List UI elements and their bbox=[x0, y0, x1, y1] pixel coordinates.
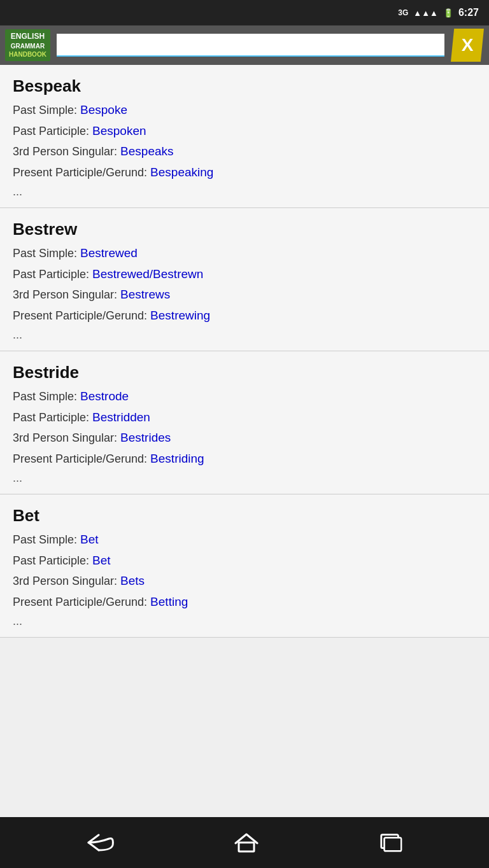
ellipsis: ... bbox=[13, 472, 476, 485]
past-participle-label: Past Participle: bbox=[13, 125, 92, 137]
past-participle-label: Past Participle: bbox=[13, 554, 92, 567]
third-person-row: 3rd Person Singular: Bestrides bbox=[13, 429, 476, 447]
third-person-value[interactable]: Bestrews bbox=[120, 288, 170, 301]
present-participle-label: Present Participle/Gerund: bbox=[13, 309, 150, 322]
past-simple-row: Past Simple: Bespoke bbox=[13, 101, 476, 120]
ellipsis: ... bbox=[13, 615, 476, 628]
verb-section: Bestride Past Simple: Bestrode Past Part… bbox=[0, 351, 489, 494]
ellipsis: ... bbox=[13, 328, 476, 342]
recents-icon bbox=[379, 832, 403, 853]
past-simple-label: Past Simple: bbox=[13, 390, 80, 403]
past-participle-value[interactable]: Bestridden bbox=[92, 410, 150, 424]
past-simple-value[interactable]: Bespoke bbox=[80, 103, 127, 116]
past-simple-value[interactable]: Bestrewed bbox=[80, 246, 138, 260]
present-participle-value[interactable]: Betting bbox=[150, 595, 188, 608]
past-simple-row: Past Simple: Bestrode bbox=[13, 388, 476, 406]
past-participle-value[interactable]: Bet bbox=[92, 554, 111, 567]
present-participle-row: Present Participle/Gerund: Bespeaking bbox=[13, 164, 476, 182]
past-participle-row: Past Participle: Bestridden bbox=[13, 409, 476, 427]
present-participle-row: Present Participle/Gerund: Betting bbox=[13, 593, 476, 612]
verb-section: Bet Past Simple: Bet Past Participle: Be… bbox=[0, 494, 489, 638]
past-simple-value[interactable]: Bet bbox=[80, 533, 99, 546]
past-simple-row: Past Simple: Bet bbox=[13, 531, 476, 549]
present-participle-label: Present Participle/Gerund: bbox=[13, 452, 150, 465]
verb-title: Bet bbox=[13, 506, 476, 526]
home-button[interactable] bbox=[228, 825, 265, 860]
third-person-row: 3rd Person Singular: Bestrews bbox=[13, 286, 476, 304]
bottom-navigation bbox=[0, 817, 489, 868]
verb-title: Bestrew bbox=[13, 220, 476, 239]
third-person-label: 3rd Person Singular: bbox=[13, 431, 120, 444]
ellipsis: ... bbox=[13, 185, 476, 199]
third-person-row: 3rd Person Singular: Bets bbox=[13, 572, 476, 591]
app-logo: ENGLISH GRAMMAR HANDBOOK bbox=[5, 29, 50, 61]
verb-section: Bespeak Past Simple: Bespoke Past Partic… bbox=[0, 65, 489, 208]
close-button[interactable]: X bbox=[451, 29, 484, 62]
app-logo-line2: GRAMMAR bbox=[9, 42, 46, 50]
network-label: 3G bbox=[398, 8, 408, 17]
back-button[interactable] bbox=[80, 826, 120, 859]
present-participle-row: Present Participle/Gerund: Bestrewing bbox=[13, 307, 476, 325]
third-person-label: 3rd Person Singular: bbox=[13, 575, 120, 587]
past-simple-value[interactable]: Bestrode bbox=[80, 389, 129, 403]
present-participle-label: Present Participle/Gerund: bbox=[13, 596, 150, 608]
third-person-row: 3rd Person Singular: Bespeaks bbox=[13, 143, 476, 161]
verb-section: Bestrew Past Simple: Bestrewed Past Part… bbox=[0, 208, 489, 351]
past-participle-row: Past Participle: Bet bbox=[13, 552, 476, 570]
content-area: Bespeak Past Simple: Bespoke Past Partic… bbox=[0, 65, 489, 817]
recents-button[interactable] bbox=[372, 825, 409, 860]
past-simple-label: Past Simple: bbox=[13, 533, 80, 546]
top-bar: ENGLISH GRAMMAR HANDBOOK X bbox=[0, 25, 489, 65]
past-simple-label: Past Simple: bbox=[13, 104, 80, 116]
app-logo-line1: ENGLISH bbox=[9, 32, 46, 42]
battery-icon: 🔋 bbox=[443, 8, 453, 18]
third-person-label: 3rd Person Singular: bbox=[13, 288, 120, 301]
past-simple-label: Past Simple: bbox=[13, 247, 80, 260]
app-logo-line3: HANDBOOK bbox=[9, 50, 46, 59]
past-participle-label: Past Participle: bbox=[13, 268, 92, 281]
past-participle-row: Past Participle: Bespoken bbox=[13, 122, 476, 141]
svg-rect-0 bbox=[239, 843, 254, 851]
present-participle-label: Present Participle/Gerund: bbox=[13, 166, 150, 179]
past-participle-value[interactable]: Bespoken bbox=[92, 124, 146, 137]
present-participle-value[interactable]: Bespeaking bbox=[150, 165, 213, 179]
third-person-value[interactable]: Bets bbox=[120, 574, 145, 587]
svg-rect-2 bbox=[385, 837, 402, 851]
present-participle-value[interactable]: Bestrewing bbox=[150, 309, 210, 322]
third-person-label: 3rd Person Singular: bbox=[13, 145, 120, 158]
past-participle-row: Past Participle: Bestrewed/Bestrewn bbox=[13, 265, 476, 284]
signal-icon: ▲▲▲ bbox=[413, 8, 438, 18]
home-icon bbox=[234, 832, 259, 853]
present-participle-value[interactable]: Bestriding bbox=[150, 452, 204, 465]
time-display: 6:27 bbox=[458, 7, 479, 18]
verb-title: Bestride bbox=[13, 363, 476, 382]
search-input[interactable] bbox=[57, 34, 444, 57]
third-person-value[interactable]: Bestrides bbox=[120, 431, 171, 444]
past-participle-value[interactable]: Bestrewed/Bestrewn bbox=[92, 267, 203, 281]
back-icon bbox=[86, 832, 114, 853]
past-simple-row: Past Simple: Bestrewed bbox=[13, 244, 476, 263]
third-person-value[interactable]: Bespeaks bbox=[120, 144, 173, 158]
past-participle-label: Past Participle: bbox=[13, 411, 92, 424]
status-bar: 3G ▲▲▲ 🔋 6:27 bbox=[0, 0, 489, 25]
verb-title: Bespeak bbox=[13, 76, 476, 96]
present-participle-row: Present Participle/Gerund: Bestriding bbox=[13, 450, 476, 468]
